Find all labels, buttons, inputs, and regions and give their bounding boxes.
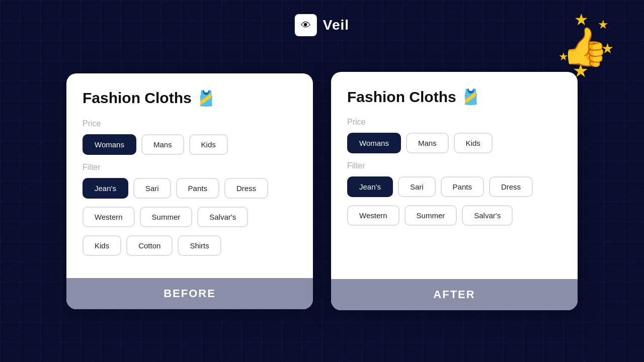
before-filter-cotton[interactable]: Cotton (126, 235, 173, 256)
after-filter-row1: Jean's Sari Pants Dress (347, 176, 561, 197)
after-filter-row2: Western Summer Salvar's (347, 205, 561, 226)
after-filter-sari[interactable]: Sari (398, 176, 436, 197)
before-title-text: Fashion Cloths (83, 89, 192, 107)
before-filter-salvars[interactable]: Salvar's (197, 207, 248, 227)
after-card-body: Fashion Cloths 🎽 Price Womans Mans Kids … (331, 72, 578, 279)
after-footer-label: AFTER (433, 288, 475, 301)
logo-text: Veil (323, 17, 349, 33)
main-content: Fashion Cloths 🎽 Price Womans Mans Kids … (66, 72, 578, 310)
after-card-footer: AFTER (331, 279, 578, 310)
before-filter-pants[interactable]: Pants (176, 178, 219, 199)
after-price-kids[interactable]: Kids (454, 133, 493, 153)
before-price-kids[interactable]: Kids (189, 134, 228, 155)
logo-icon: 👁 (301, 20, 311, 31)
after-filter-pants[interactable]: Pants (441, 176, 484, 197)
before-price-womans[interactable]: Womans (83, 134, 136, 155)
before-card: Fashion Cloths 🎽 Price Womans Mans Kids … (66, 73, 313, 309)
before-filter-row2: Western Summer Salvar's (83, 207, 297, 227)
before-filter-western[interactable]: Western (83, 207, 135, 227)
before-filter-kids[interactable]: Kids (83, 235, 121, 256)
after-filter-jeans[interactable]: Jean's (347, 176, 393, 197)
after-filter-summer[interactable]: Summer (405, 205, 457, 226)
before-filter-label: Filter (83, 163, 297, 172)
before-filter-sari[interactable]: Sari (133, 178, 171, 199)
before-filter-jeans[interactable]: Jean's (83, 178, 128, 199)
header: 👁 Veil (295, 14, 349, 36)
after-filter-salvars[interactable]: Salvar's (462, 205, 513, 226)
thumbs-up-icon: 👍 (561, 25, 609, 69)
after-title-emoji: 🎽 (461, 88, 480, 106)
before-card-footer: BEFORE (66, 278, 313, 309)
after-card: Fashion Cloths 🎽 Price Womans Mans Kids … (331, 72, 578, 310)
before-filter-row3: Kids Cotton Shirts (83, 235, 297, 256)
after-title-text: Fashion Cloths (347, 88, 456, 106)
after-spacer (347, 234, 561, 265)
after-filter-dress[interactable]: Dress (489, 176, 533, 197)
before-title-emoji: 🎽 (197, 89, 215, 107)
before-filter-summer[interactable]: Summer (140, 207, 193, 227)
before-filter-row1: Jean's Sari Pants Dress (83, 178, 297, 199)
after-filter-western[interactable]: Western (347, 205, 399, 226)
after-price-group: Womans Mans Kids (347, 133, 561, 153)
logo-box: 👁 (295, 14, 317, 36)
before-filter-shirts[interactable]: Shirts (178, 235, 221, 256)
after-price-mans[interactable]: Mans (406, 133, 449, 153)
before-price-group: Womans Mans Kids (83, 134, 297, 155)
after-price-womans[interactable]: Womans (347, 133, 401, 153)
before-filter-dress[interactable]: Dress (224, 178, 268, 199)
before-card-title: Fashion Cloths 🎽 (83, 89, 297, 107)
before-price-mans[interactable]: Mans (141, 134, 184, 155)
before-card-body: Fashion Cloths 🎽 Price Womans Mans Kids … (66, 73, 313, 278)
after-filter-label: Filter (347, 161, 561, 170)
before-footer-label: BEFORE (164, 287, 216, 300)
after-price-label: Price (347, 118, 561, 127)
before-price-label: Price (83, 119, 297, 128)
after-card-title: Fashion Cloths 🎽 (347, 88, 561, 106)
